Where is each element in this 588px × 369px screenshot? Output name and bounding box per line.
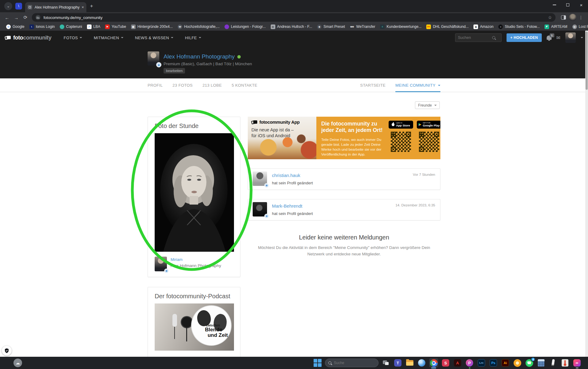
photoshop-button[interactable]: Ps (489, 358, 498, 367)
microphone-icon (172, 314, 177, 327)
minimize-button[interactable] (548, 0, 561, 10)
taskbar-search[interactable] (325, 359, 379, 367)
googleplay-badge[interactable]: GET IT ONGoogle Play (417, 121, 440, 129)
nav-fotos[interactable]: FOTOS (64, 36, 82, 40)
chrome-button[interactable] (429, 358, 438, 367)
bookmark-ionos[interactable]: \Ionos Login (27, 24, 57, 29)
tab-kontakte[interactable]: 5 KONTAKTE (232, 78, 257, 92)
bookmark-star-icon[interactable]: ☆ (548, 15, 552, 20)
maximize-button[interactable] (561, 0, 575, 10)
fotocommunity-logo[interactable]: fotocommunity (5, 35, 51, 41)
appstore-badge[interactable]: Laden imApp Store (389, 121, 413, 129)
tab-profil[interactable]: PROFIL (148, 78, 163, 92)
acrobat-button[interactable]: A (453, 358, 462, 367)
bookmark-airteam[interactable]: ◤AIRTEAM (542, 24, 570, 29)
xnview-button[interactable] (513, 358, 522, 367)
p-swirl-app-button[interactable]: P (465, 358, 474, 367)
bookmark-andreas-hultsch[interactable]: ▣Andreas Hultsch - F... (268, 24, 315, 29)
weather-icon[interactable]: ☁ (13, 359, 22, 367)
address-bar[interactable]: fotocommunity.de/my_community ☆ (32, 13, 556, 22)
browser-tab[interactable]: Alex Hofmann Photography - F × (25, 2, 86, 12)
podcast-image[interactable]: zwischen Blende und Zeit (155, 303, 234, 351)
site-search[interactable] (455, 33, 502, 42)
feed-user-avatar[interactable]: ◆ (253, 202, 267, 217)
reload-button[interactable]: ⟳ (21, 13, 29, 21)
bookmark-hochzeitsfotografie[interactable]: WHochzeitsfotografie,... (175, 24, 222, 29)
tab-meine-community[interactable]: MEINE COMMUNITY (395, 78, 440, 92)
browser-profile-avatar[interactable] (569, 14, 576, 21)
site-info-icon[interactable] (36, 15, 40, 20)
premium-gem-badge: ◆ (164, 269, 169, 273)
creative-cloud-button[interactable]: ∞ (572, 358, 582, 367)
pen-app-button[interactable] (548, 358, 558, 367)
banner-photo: fotocommunity App Die neue App ist da – … (248, 117, 316, 159)
pinned-tab-icon[interactable]: \ (15, 3, 22, 9)
bookmark-lost-place[interactable]: ◎Lost Place: Garnison... (570, 24, 588, 29)
tab-fotos[interactable]: 23 FOTOS (172, 78, 193, 92)
lightroom-button[interactable]: Lrc (477, 358, 486, 367)
nav-label: HILFE (185, 36, 197, 40)
notifications-button[interactable]: 5 (547, 36, 552, 40)
tab-close-icon[interactable]: × (81, 5, 84, 9)
search-icon[interactable] (492, 36, 495, 39)
bookmark-wetransfer[interactable]: weWeTransfer (347, 24, 378, 29)
tab-search-chevron-icon[interactable]: ⌄ (4, 2, 12, 10)
bookmark-smart-preset[interactable]: ◈Smart Preset (315, 24, 347, 29)
back-button[interactable]: ← (3, 13, 11, 21)
bookmark-lba[interactable]: ✓LBA (85, 24, 103, 29)
teams-icon: T (394, 359, 401, 367)
profile-avatar[interactable]: ◆ (148, 51, 159, 66)
side-panel-icon[interactable] (561, 15, 566, 20)
bookmark-kundenbewertungen[interactable]: ≡Kundenbewertunge... (378, 24, 424, 29)
author-avatar[interactable]: ◆ (155, 257, 167, 271)
nav-news-wissen[interactable]: NEWS & WISSEN (135, 36, 173, 40)
teams-button[interactable]: T (393, 358, 402, 367)
edit-profile-button[interactable]: bearbeiten (164, 68, 185, 73)
file-explorer-button[interactable] (405, 358, 414, 367)
calculator-button[interactable] (537, 358, 546, 367)
bookmark-amazon[interactable]: aAmazon (471, 24, 496, 29)
bookmark-hintergruende[interactable]: ▤Hintergründe 200x4... (129, 24, 175, 29)
task-view-button[interactable] (381, 358, 390, 367)
browser-menu-icon[interactable]: ⋮ (579, 15, 583, 20)
tab-startseite[interactable]: STARTSEITE (360, 78, 386, 92)
bookmarks-bar: GGoogle \Ionos Login Copteruni ✓LBA ▶You… (0, 23, 588, 31)
bookmark-google[interactable]: GGoogle (4, 24, 27, 29)
messages-icon[interactable]: ✉ (556, 35, 560, 41)
privacy-shield-button[interactable] (2, 346, 12, 356)
whatsapp-button[interactable]: ☎ 4 (525, 358, 534, 367)
site-search-input[interactable] (458, 36, 492, 40)
bookmark-label: Hintergründe 200x4... (138, 24, 173, 29)
new-tab-button[interactable]: + (90, 3, 93, 9)
bookmark-studio-sets[interactable]: •Studio Sets - Fotow... (496, 24, 542, 29)
user-avatar[interactable] (565, 32, 576, 43)
bookmark-youtube[interactable]: ▶YouTube (103, 24, 128, 29)
profile-name-link[interactable]: Alex Hofmann Photography (164, 53, 235, 60)
account-chevron-icon[interactable] (581, 37, 583, 38)
tab-lobe[interactable]: 213 LOBE (202, 78, 222, 92)
wordpress-icon: W (178, 24, 182, 29)
photo-author-link[interactable]: Miriam (171, 257, 221, 262)
forward-button[interactable]: → (12, 13, 20, 21)
taskbar-search-input[interactable] (334, 361, 371, 365)
bookmark-leistungen[interactable]: Leistungen - Fotogr... (222, 24, 268, 29)
page-scrollbar[interactable] (585, 31, 588, 357)
friends-filter-dropdown[interactable]: Freunde (415, 101, 440, 109)
bookmark-dhl[interactable]: DHLDHL Geschäftskund... (424, 24, 471, 29)
illustrator-button[interactable]: Ai (501, 358, 510, 367)
thermometer-app-button[interactable] (560, 358, 570, 367)
feed-user-link[interactable]: christian.hauk (272, 173, 435, 178)
scrollbar-thumb[interactable] (586, 32, 588, 90)
start-button[interactable] (313, 358, 322, 367)
calculator-icon (538, 359, 545, 367)
app-banner[interactable]: fotocommunity App Die neue App ist da – … (248, 117, 440, 159)
feed-user-avatar[interactable]: ◆ (253, 171, 267, 186)
foto-der-stunde-image[interactable] (155, 133, 234, 252)
bookmark-copteruni[interactable]: Copteruni (57, 24, 85, 29)
upload-button[interactable]: + HOCHLADEN (507, 33, 541, 42)
copilot-button[interactable] (417, 358, 426, 367)
nav-hilfe[interactable]: HILFE (185, 36, 201, 40)
nav-mitmachen[interactable]: MITMACHEN (94, 36, 123, 40)
red-s-app-button[interactable]: S (441, 358, 450, 367)
close-button[interactable]: × (575, 0, 588, 10)
